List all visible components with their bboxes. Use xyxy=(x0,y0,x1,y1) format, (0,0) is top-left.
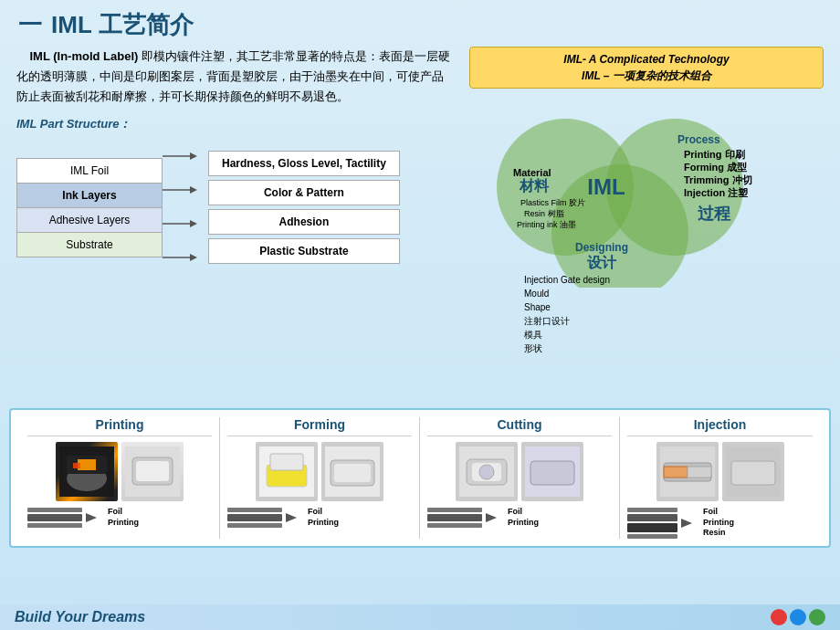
layer-adhesive: Adhesive Layers xyxy=(17,207,163,232)
svg-rect-46 xyxy=(530,461,574,485)
title-text: IML 工艺简介 xyxy=(51,9,194,41)
layer-iml-foil: IML Foil xyxy=(17,158,163,183)
cutting-title: Cutting xyxy=(427,417,612,436)
printing-photo-1 xyxy=(56,442,118,501)
svg-text:Resin 树脂: Resin 树脂 xyxy=(524,209,564,218)
cutting-photos xyxy=(427,442,612,501)
svg-text:Printing 印刷: Printing 印刷 xyxy=(684,149,745,160)
injection-photo-1 xyxy=(656,442,719,501)
logo-dot-blue xyxy=(790,609,806,625)
title-dash: 一 xyxy=(18,9,42,41)
venn-diagram: Material 材料 Plastics Film 胶片 Resin 树脂 Pr… xyxy=(469,96,824,355)
iml-title-line1: IML- A Complicated Technology xyxy=(479,51,814,68)
svg-rect-53 xyxy=(731,461,775,485)
svg-marker-40 xyxy=(286,513,297,522)
prop-adhesion: Adhesion xyxy=(208,209,400,235)
layer-ink: Ink Layers xyxy=(17,183,163,207)
cutting-foil-lines xyxy=(427,508,482,528)
bottom-columns: Printing xyxy=(20,417,820,539)
svg-text:Forming 成型: Forming 成型 xyxy=(684,162,748,173)
forming-foil-label: FoilPrinting xyxy=(308,507,339,528)
svg-text:Designing: Designing xyxy=(575,241,628,254)
svg-text:Material: Material xyxy=(513,167,551,178)
injection-foil-row: FoilPrintingResin xyxy=(627,507,813,539)
logo-dot-green xyxy=(809,609,825,625)
design-item-3: Shape xyxy=(524,300,824,314)
cutting-foil-label: FoilPrinting xyxy=(508,507,539,528)
printing-foil-label: FoilPrinting xyxy=(108,507,139,528)
svg-rect-51 xyxy=(688,467,711,478)
svg-marker-47 xyxy=(486,513,497,522)
layers-table: IML Foil Ink Layers Adhesive Layers Subs… xyxy=(16,158,163,257)
bottom-col-forming: Forming xyxy=(220,417,420,539)
iml-label: IML (In-mold Label) xyxy=(29,49,138,63)
logo-dot-red xyxy=(771,609,787,625)
svg-marker-3 xyxy=(190,186,197,194)
injection-photos xyxy=(627,442,813,501)
footer-brand: Build Your Dreams xyxy=(15,609,145,625)
main-content: IML (In-mold Label) 即模内镶件注塑，其工艺非常显著的特点是：… xyxy=(0,47,840,403)
forming-photo-1 xyxy=(256,442,318,501)
intro-text: IML (In-mold Label) 即模内镶件注塑，其工艺非常显著的特点是：… xyxy=(16,47,455,107)
svg-text:材料: 材料 xyxy=(519,178,550,194)
iml-title-line2: IML – 一项复杂的技术组合 xyxy=(479,68,814,84)
svg-marker-1 xyxy=(190,152,197,160)
forming-photo-2 xyxy=(321,442,383,501)
design-item-5: 模具 xyxy=(524,328,824,341)
svg-text:Injection 注塑: Injection 注塑 xyxy=(684,187,748,198)
foil-arrow-printing xyxy=(86,509,104,526)
printing-foil-row: FoilPrinting xyxy=(27,507,212,528)
svg-text:IML: IML xyxy=(587,174,625,199)
svg-text:设计: 设计 xyxy=(587,255,617,270)
forming-foil-lines xyxy=(227,508,282,528)
venn-svg: Material 材料 Plastics Film 胶片 Resin 树脂 Pr… xyxy=(469,96,752,288)
right-column: IML- A Complicated Technology IML – 一项复杂… xyxy=(469,47,824,403)
svg-rect-36 xyxy=(270,454,303,470)
cutting-photo-1 xyxy=(456,442,518,501)
design-item-2: Mould xyxy=(524,287,824,300)
svg-text:Process: Process xyxy=(677,133,720,146)
cutting-foil-row: FoilPrinting xyxy=(427,507,612,528)
bottom-col-injection: Injection xyxy=(620,417,820,539)
svg-point-44 xyxy=(479,465,494,479)
design-item-6: 形状 xyxy=(524,341,824,355)
forming-title: Forming xyxy=(227,417,412,436)
printing-photos xyxy=(27,442,212,501)
part-structure-label: IML Part Structure： xyxy=(16,116,455,132)
injection-title: Injection xyxy=(627,417,813,436)
injection-foil-label: FoilPrintingResin xyxy=(703,507,734,539)
prop-plastic-substrate: Plastic Substrate xyxy=(208,238,400,264)
svg-marker-54 xyxy=(681,519,692,528)
footer-logo xyxy=(771,609,825,625)
svg-rect-50 xyxy=(664,467,688,478)
layer-substrate: Substrate xyxy=(17,232,163,257)
title-bar: 一 IML 工艺简介 xyxy=(0,0,840,47)
cutting-photo-2 xyxy=(521,442,583,501)
svg-rect-32 xyxy=(136,461,169,481)
svg-text:Trimming 冲切: Trimming 冲切 xyxy=(684,174,752,185)
injection-photo-2 xyxy=(722,442,784,501)
svg-marker-33 xyxy=(86,513,97,522)
svg-text:Printing ink 油墨: Printing ink 油墨 xyxy=(517,220,576,229)
svg-text:Plastics Film 胶片: Plastics Film 胶片 xyxy=(520,198,585,207)
forming-foil-row: FoilPrinting xyxy=(227,507,412,528)
forming-photos xyxy=(227,442,412,501)
svg-marker-5 xyxy=(190,220,197,227)
structure-diagram: IML Foil Ink Layers Adhesive Layers Subs… xyxy=(16,140,455,275)
left-column: IML (In-mold Label) 即模内镶件注塑，其工艺非常显著的特点是：… xyxy=(16,47,455,403)
bottom-section: Printing xyxy=(9,408,831,548)
svg-rect-39 xyxy=(334,464,371,482)
foil-arrow-forming xyxy=(286,509,304,526)
injection-foil-lines xyxy=(627,508,677,539)
design-item-4: 注射口设计 xyxy=(524,314,824,328)
printing-foil-lines xyxy=(27,508,82,528)
bottom-col-printing: Printing xyxy=(20,417,220,539)
properties-col: Hardness, Gloss Level, Tactility Color &… xyxy=(208,151,400,264)
svg-text:过程: 过程 xyxy=(698,205,731,223)
foil-arrow-injection xyxy=(681,513,699,533)
page: 一 IML 工艺简介 IML (In-mold Label) 即模内镶件注塑，其… xyxy=(0,0,840,630)
bottom-col-cutting: Cutting xyxy=(420,417,620,539)
footer: Build Your Dreams xyxy=(0,604,840,630)
svg-marker-7 xyxy=(190,254,197,261)
iml-title-box: IML- A Complicated Technology IML – 一项复杂… xyxy=(469,47,824,89)
